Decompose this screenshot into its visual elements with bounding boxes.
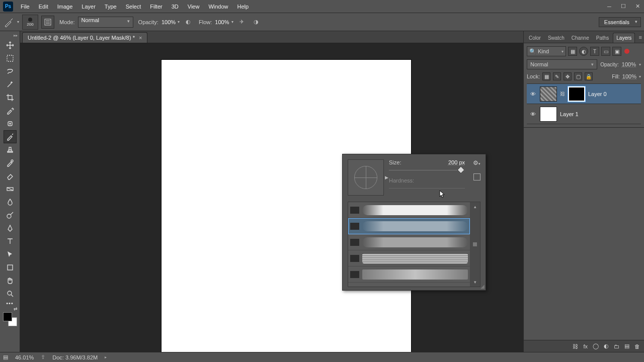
opacity-value[interactable]: 100%	[162, 19, 176, 25]
opacity-tablet-pressure-button[interactable]: ◐	[183, 17, 194, 28]
brush-tool[interactable]	[4, 130, 17, 143]
tab-paths[interactable]: Paths	[593, 33, 612, 43]
zoom-tool[interactable]	[4, 287, 17, 300]
crop-tool[interactable]	[4, 91, 17, 104]
tab-swatches[interactable]: Swatch	[545, 33, 568, 43]
tool-preset-chevron-icon[interactable]: ▾	[17, 20, 19, 24]
brush-preset-item[interactable]	[348, 250, 470, 266]
filter-type-icon[interactable]: T	[590, 47, 599, 56]
minimize-button[interactable]: ─	[603, 2, 616, 11]
resize-grip-icon[interactable]: ◢	[480, 284, 485, 289]
mini-bridge-icon[interactable]: ▤	[3, 354, 8, 360]
layer-name[interactable]: Layer 0	[588, 91, 607, 97]
lock-transparency-icon[interactable]: ▦	[542, 72, 550, 80]
filter-smart-icon[interactable]: ▣	[612, 47, 621, 56]
menu-edit[interactable]: Edit	[34, 1, 53, 13]
tab-color[interactable]: Color	[526, 33, 544, 43]
add-mask-icon[interactable]: ◯	[593, 343, 599, 349]
opacity-dropdown-icon[interactable]: ▾	[639, 62, 641, 67]
hand-tool[interactable]	[4, 274, 17, 287]
brush-panel-toggle-button[interactable]	[41, 16, 54, 29]
layer-thumbnail[interactable]	[540, 86, 557, 102]
brush-preset-item[interactable]	[348, 218, 470, 234]
menu-view[interactable]: View	[183, 1, 204, 13]
blur-tool[interactable]	[4, 196, 17, 209]
share-icon[interactable]: ⇪	[41, 354, 45, 360]
lock-all-icon[interactable]: 🔒	[585, 72, 593, 80]
layer-mask-thumbnail[interactable]	[568, 86, 585, 102]
brush-flyout-icon[interactable]: ▶	[385, 175, 388, 180]
healing-tool[interactable]	[4, 117, 17, 130]
filter-pixel-icon[interactable]: ▦	[568, 47, 577, 56]
layer-fill-value[interactable]: 100%	[622, 73, 636, 79]
lock-position-icon[interactable]: ✥	[564, 72, 572, 80]
scroll-down-icon[interactable]: ▾	[474, 280, 476, 285]
close-window-button[interactable]: ✕	[631, 2, 644, 11]
filter-toggle-icon[interactable]	[624, 49, 629, 54]
path-select-tool[interactable]	[4, 248, 17, 261]
flow-chevron-icon[interactable]: ▾	[231, 20, 233, 24]
layer-filter-kind-select[interactable]: 🔍 Kind ▾	[527, 46, 566, 56]
gradient-tool[interactable]	[4, 183, 17, 196]
new-layer-icon[interactable]: ▤	[624, 343, 629, 349]
opacity-chevron-icon[interactable]: ▾	[178, 20, 180, 24]
menu-filter[interactable]: Filter	[145, 1, 167, 13]
brush-preset-item[interactable]	[348, 266, 470, 283]
menu-help[interactable]: Help	[233, 1, 254, 13]
lock-image-icon[interactable]: ✎	[553, 72, 561, 80]
flow-value[interactable]: 100%	[215, 19, 229, 25]
brush-hardness-slider[interactable]	[389, 185, 465, 192]
brush-popup-gear-icon[interactable]: ⚙▾	[473, 159, 480, 166]
brush-size-value[interactable]: 200 px	[448, 159, 465, 165]
filter-adjustment-icon[interactable]: ◐	[579, 47, 588, 56]
stamp-tool[interactable]	[4, 143, 17, 156]
layer-blend-mode-select[interactable]: Normal	[527, 59, 597, 69]
status-info-chevron-icon[interactable]: ▸	[105, 355, 107, 359]
shape-tool[interactable]	[4, 261, 17, 274]
doc-size[interactable]: Doc: 3.96M/3.82M	[52, 354, 98, 360]
zoom-level[interactable]: 46.01%	[15, 354, 34, 360]
history-brush-tool[interactable]	[4, 156, 17, 169]
eraser-tool[interactable]	[4, 169, 17, 183]
foreground-color-swatch[interactable]	[3, 312, 12, 321]
airbrush-button[interactable]: ✈	[236, 17, 248, 28]
toolbox-collapse-icon[interactable]: ▸▸	[14, 33, 18, 38]
visibility-toggle-icon[interactable]: 👁	[529, 111, 537, 117]
menu-3d[interactable]: 3D	[167, 1, 183, 13]
brush-tip-preview[interactable]: ▶	[348, 159, 384, 196]
eyedropper-tool[interactable]	[4, 104, 17, 117]
menu-image[interactable]: Image	[53, 1, 77, 13]
filter-shape-icon[interactable]: ▭	[601, 47, 610, 56]
move-tool[interactable]	[4, 39, 17, 52]
toolbox-more-icon[interactable]: •••	[6, 300, 14, 306]
tab-channels[interactable]: Channe	[569, 33, 592, 43]
scroll-up-icon[interactable]: ▴	[474, 204, 476, 209]
new-brush-preset-icon[interactable]	[473, 173, 480, 180]
size-tablet-pressure-button[interactable]: ◑	[251, 17, 262, 28]
layer-name[interactable]: Layer 1	[560, 111, 579, 117]
fill-dropdown-icon[interactable]: ▾	[639, 74, 641, 79]
dodge-tool[interactable]	[4, 209, 17, 222]
new-group-icon[interactable]: 🗀	[614, 343, 619, 349]
brush-preset-item[interactable]	[348, 202, 470, 218]
brush-preset-item[interactable]	[348, 234, 470, 250]
new-fill-adjustment-icon[interactable]: ◐	[604, 343, 609, 349]
layer-opacity-value[interactable]: 100%	[622, 61, 636, 67]
menu-file[interactable]: File	[16, 1, 34, 13]
wand-tool[interactable]	[4, 78, 17, 91]
canvas-viewport[interactable]: ▶ Size:200 px Hardness: ⚙▾	[20, 43, 523, 352]
mask-link-icon[interactable]: ⛓	[560, 91, 565, 97]
lasso-tool[interactable]	[4, 65, 17, 78]
delete-layer-icon[interactable]: 🗑	[634, 343, 640, 349]
color-swatches[interactable]	[3, 312, 17, 326]
pen-tool[interactable]	[4, 222, 17, 235]
layer-fx-icon[interactable]: fx	[583, 343, 588, 349]
layer-row[interactable]: 👁 Layer 1	[527, 104, 641, 124]
link-layers-icon[interactable]: ⛓	[573, 343, 578, 349]
layer-row[interactable]: 👁 ⛓ Layer 0	[527, 84, 641, 104]
type-tool[interactable]	[4, 235, 17, 248]
menu-type[interactable]: Type	[100, 1, 121, 13]
brush-preset-picker[interactable]: 200	[22, 15, 38, 30]
brush-list-scrollbar[interactable]: ▴▾	[470, 202, 480, 287]
panel-menu-icon[interactable]: ≡	[639, 34, 642, 40]
